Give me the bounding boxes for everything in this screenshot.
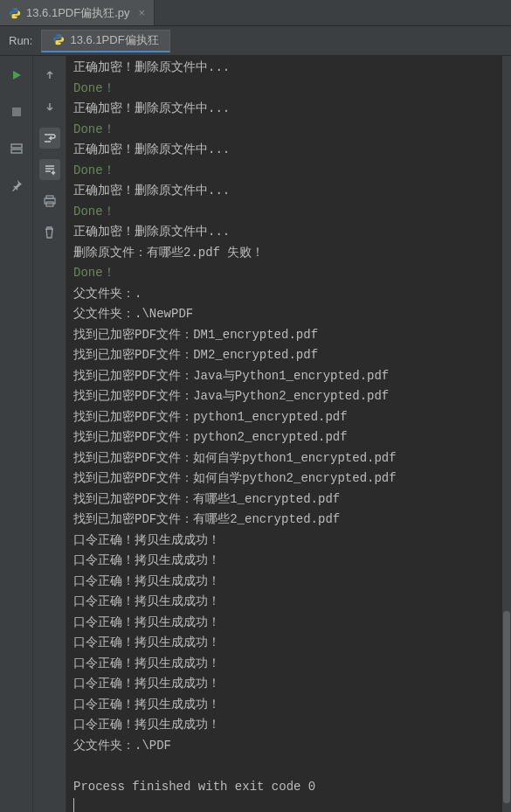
console-line: 口令正确！拷贝生成成功！ xyxy=(73,613,504,634)
close-icon[interactable]: × xyxy=(135,6,146,19)
pin-button[interactable] xyxy=(6,175,27,196)
console-line: 找到已加密PDF文件：python1_encrypted.pdf xyxy=(73,407,504,428)
console-line: 口令正确！拷贝生成成功！ xyxy=(73,695,504,716)
scrollbar-thumb[interactable] xyxy=(503,611,510,803)
console-line: 口令正确！拷贝生成成功！ xyxy=(73,674,504,695)
console-line: 删除原文件：有哪些2.pdf 失败！ xyxy=(73,243,504,264)
soft-wrap-button[interactable] xyxy=(39,128,60,149)
console-line: 正确加密！删除原文件中... xyxy=(73,140,504,161)
down-button[interactable] xyxy=(39,96,60,117)
console-line: 正确加密！删除原文件中... xyxy=(73,58,504,79)
console-line: 父文件夹：.\NewPDF xyxy=(73,304,504,325)
console-cursor-line xyxy=(73,797,504,812)
run-actions-gutter-right xyxy=(33,56,66,812)
layout-button[interactable] xyxy=(6,138,27,159)
rerun-button[interactable] xyxy=(6,65,27,86)
console-line: Done！ xyxy=(73,79,504,100)
stop-button[interactable] xyxy=(6,101,27,122)
editor-tab-label: 13.6.1PDF偏执狂.py xyxy=(26,5,130,21)
run-configuration-label: 13.6.1PDF偏执狂 xyxy=(70,32,158,48)
run-configuration-tab[interactable]: 13.6.1PDF偏执狂 xyxy=(41,30,169,52)
console-line: 父文件夹：. xyxy=(73,284,504,305)
run-actions-gutter-left xyxy=(0,56,33,812)
console-line: 口令正确！拷贝生成成功！ xyxy=(73,633,504,654)
console-line: Done！ xyxy=(73,202,504,223)
console-line: 父文件夹：.\PDF xyxy=(73,736,504,757)
clear-all-button[interactable] xyxy=(39,222,60,243)
editor-tab-bar: 13.6.1PDF偏执狂.py × xyxy=(0,0,511,26)
run-toolwindow-body: 正确加密！删除原文件中...Done！正确加密！删除原文件中...Done！正确… xyxy=(0,56,511,812)
console-output[interactable]: 正确加密！删除原文件中...Done！正确加密！删除原文件中...Done！正确… xyxy=(66,56,511,812)
console-line: 口令正确！拷贝生成成功！ xyxy=(73,531,504,552)
console-line: 正确加密！删除原文件中... xyxy=(73,181,504,202)
console-line: Done！ xyxy=(73,120,504,141)
console-line: 找到已加密PDF文件：有哪些1_encrypted.pdf xyxy=(73,489,504,510)
console-line: 找到已加密PDF文件：如何自学python2_encrypted.pdf xyxy=(73,468,504,489)
up-button[interactable] xyxy=(39,65,60,86)
scroll-to-end-button[interactable] xyxy=(39,159,60,180)
editor-tab[interactable]: 13.6.1PDF偏执狂.py × xyxy=(0,0,155,25)
python-file-icon xyxy=(52,33,65,48)
svg-rect-0 xyxy=(12,108,21,116)
console-line: 找到已加密PDF文件：Java与Python2_encrypted.pdf xyxy=(73,386,504,407)
console-line: 正确加密！删除原文件中... xyxy=(73,222,504,243)
console-line: 正确加密！删除原文件中... xyxy=(73,99,504,120)
console-line: 口令正确！拷贝生成成功！ xyxy=(73,572,504,593)
run-label: Run: xyxy=(0,34,41,47)
console-line: 找到已加密PDF文件：DM1_encrypted.pdf xyxy=(73,325,504,346)
console-line: 口令正确！拷贝生成成功！ xyxy=(73,551,504,572)
console-line: 找到已加密PDF文件：有哪些2_encrypted.pdf xyxy=(73,510,504,531)
console-line: Done！ xyxy=(73,263,504,284)
console-line: 找到已加密PDF文件：DM2_encrypted.pdf xyxy=(73,345,504,366)
console-line: Done！ xyxy=(73,161,504,182)
console-line: Process finished with exit code 0 xyxy=(73,777,504,798)
run-toolwindow-header: Run: 13.6.1PDF偏执狂 xyxy=(0,26,511,56)
svg-rect-1 xyxy=(11,144,22,148)
console-line: 口令正确！拷贝生成成功！ xyxy=(73,592,504,613)
scrollbar[interactable] xyxy=(502,56,511,812)
console-line: 口令正确！拷贝生成成功！ xyxy=(73,715,504,736)
python-file-icon xyxy=(9,7,21,19)
console-line: 找到已加密PDF文件：Java与Python1_encrypted.pdf xyxy=(73,366,504,387)
print-button[interactable] xyxy=(39,191,60,212)
console-line: 找到已加密PDF文件：python2_encrypted.pdf xyxy=(73,427,504,448)
console-line xyxy=(73,756,504,777)
console-line: 口令正确！拷贝生成成功！ xyxy=(73,654,504,675)
console-line: 找到已加密PDF文件：如何自学python1_encrypted.pdf xyxy=(73,448,504,469)
svg-rect-2 xyxy=(11,149,22,153)
